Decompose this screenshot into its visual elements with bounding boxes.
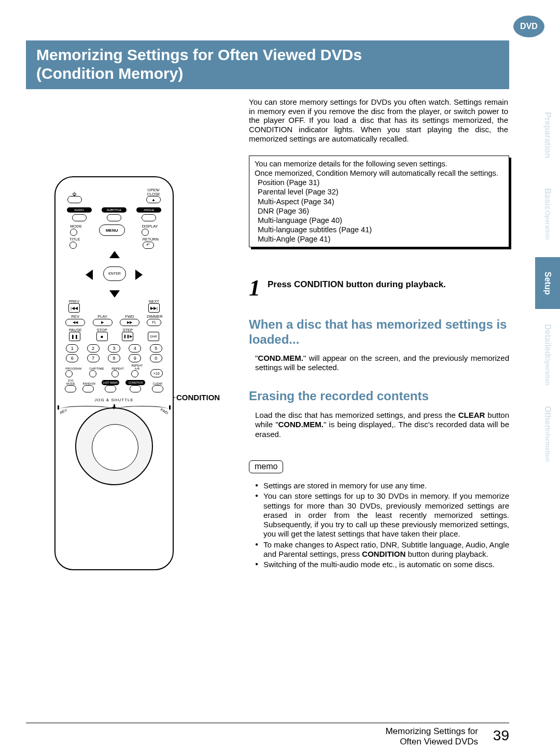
step-number: 1 [249,279,260,297]
num-2: 2 [87,344,100,353]
jog-dial: ✦ [75,407,153,485]
dpad: ENTER [80,251,148,298]
title-button [69,242,77,249]
settings-item: Multi-language subtitles (Page 41) [258,225,503,234]
mode-button [70,229,77,236]
num-3: 3 [108,344,120,353]
remote-body: ⏻ OPEN/ CLOSE ▲ AUDIO SUBTITLE ANGLE MOD… [54,176,174,570]
pause-button: ❚❚ [69,332,80,341]
intro-paragraph: You can store memory settings for DVDs y… [249,97,508,143]
fwd-button: ▶▶ [120,319,139,326]
footer-section-name: Memorizing Settings for Often Viewed DVD… [385,726,478,746]
audio-label: AUDIO [67,207,92,213]
clear-button [152,385,163,392]
num-5: 5 [150,344,162,353]
cond-mem-paragraph: "COND.MEM." will appear on the screen, a… [255,354,509,373]
tab-preparation: Preparation [535,98,560,171]
jog-inner [92,424,138,471]
lastmemo-button [105,385,116,392]
memo-list: Settings are stored in memory for use an… [255,481,509,571]
num-7: 7 [87,354,100,362]
num-6: 6 [66,354,78,362]
dpad-up [109,251,120,258]
settings-item: Multi-language (Page 40) [258,216,503,225]
tab-other-information: OtherInformation [535,400,560,468]
power-button [67,196,82,203]
jogmode-button [65,385,76,392]
tab-setup: Setup [535,257,560,309]
page-footer: Memorizing Settings for Often Viewed DVD… [26,723,509,726]
dpad-down [109,290,120,298]
next-button: ▶▶| [148,303,160,313]
remote-condition-callout: CONDITION [176,393,220,402]
chptime-button [89,370,96,377]
subtitle-button [107,214,121,221]
settings-item: Parental level (Page 32) [258,187,503,196]
repeat-ab-button [131,370,138,377]
display-button [142,229,149,236]
settings-item: Position (Page 31) [258,178,503,187]
step-1: 1 Press CONDITION button during playback… [249,279,508,297]
open-close-button: ▲ [146,196,161,203]
subheading-erasing: Erasing the recorded contents [249,389,508,404]
settings-lead-1: You can memorize details for the followi… [255,159,503,168]
program-button [65,370,73,377]
settings-item: DNR (Page 36) [258,206,503,216]
memo-item: To make changes to Aspect ratio, DNR, Su… [255,540,509,559]
condition-button [130,385,141,392]
num-4: 4 [129,344,141,353]
erase-paragraph: Load the disc that has memorized setting… [255,411,509,439]
dpad-right [135,270,143,280]
subheading-loaded: When a disc that has memorized settings … [249,317,508,347]
stop-button: ■ [96,332,108,341]
dvd-logo: DVD [513,16,544,37]
return-button: ↶ [143,242,154,249]
title-line-1: Memorizing Settings for Often Viewed DVD… [36,46,362,63]
audio-button [72,214,87,221]
dimmer-button: FL [147,319,161,326]
random-button [82,385,94,392]
num-0: 0 [150,354,162,362]
settings-item: Multi-Angle (Page 41) [258,234,503,244]
memo-item: Switching of the multi-audio mode etc., … [255,560,509,569]
chapter-tabs: Preparation BasicOperation Setup Detaile… [535,98,560,482]
rev-button: ◀◀ [65,319,85,326]
num-9: 9 [129,354,141,362]
memo-item: Settings are stored in memory for use an… [255,481,509,490]
repeat-button [111,370,119,377]
angle-label: ANGLE [136,207,161,213]
enter-button: ENTER [103,266,126,281]
dnr-button: DNR [148,332,159,341]
jog-shuttle-label: JOG & SHUTTLE [62,398,166,402]
settings-callout-box: You can memorize details for the followi… [249,156,509,247]
settings-item: Multi-Aspect (Page 34) [258,197,503,206]
num-1: 1 [66,344,78,353]
settings-lead-2: Once memorized, Condition Memory will au… [255,168,503,178]
dpad-left [86,270,93,280]
step-button: ❚❚▶ [122,332,133,341]
page-title: Memorizing Settings for Often Viewed DVD… [26,40,509,89]
play-button: ▶ [93,319,113,326]
angle-button [142,214,156,221]
prev-button: |◀◀ [68,303,80,313]
num-8: 8 [108,354,120,362]
title-line-2: (Condition Memory) [36,65,183,82]
tab-basic-operation: BasicOperation [535,186,560,243]
tab-detailed-operation: DetailedOperation [535,323,560,386]
remote-illustration: ⏻ OPEN/ CLOSE ▲ AUDIO SUBTITLE ANGLE MOD… [54,176,174,570]
menu-button: MENU [99,224,125,236]
memo-label: memo [249,460,283,473]
plus10-button: +10 [150,369,163,377]
step-instruction: Press CONDITION button during playback. [268,279,446,290]
subtitle-label: SUBTITLE [102,207,127,213]
memo-item: You can store settings for up to 30 DVDs… [255,491,509,539]
page-number: 39 [493,727,509,744]
